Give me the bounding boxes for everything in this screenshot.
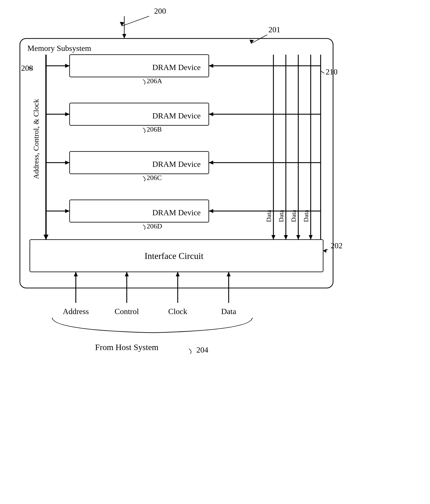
ref-208: 208: [21, 64, 33, 72]
svg-line-0: [122, 16, 149, 26]
svg-marker-24: [209, 64, 213, 68]
from-host-system-label: From Host System: [95, 343, 158, 352]
ref-206c: 206C: [147, 174, 162, 181]
brace-arc: [52, 318, 252, 333]
data-label-2: Data: [278, 210, 285, 222]
interface-circuit-label: Interface Circuit: [145, 251, 204, 261]
svg-marker-41: [176, 272, 180, 276]
svg-marker-37: [74, 272, 78, 276]
ref-201: 201: [268, 25, 280, 34]
address-label-bottom: Address: [63, 307, 89, 316]
svg-marker-6: [43, 235, 48, 240]
data-label-bottom: Data: [221, 307, 236, 316]
ref-206a: 206A: [147, 77, 162, 85]
svg-marker-26: [209, 112, 213, 116]
svg-marker-8: [65, 64, 70, 68]
dram-device-b-label: DRAM Device: [152, 111, 201, 120]
dram-device-d-label: DRAM Device: [152, 208, 201, 217]
svg-marker-30: [209, 209, 213, 213]
data-label-1: Data: [265, 210, 272, 222]
data-label-3: Data: [290, 210, 297, 222]
ref-206d: 206D: [147, 222, 162, 230]
ref-202: 202: [331, 241, 343, 250]
svg-marker-45: [122, 34, 126, 38]
data-label-4: Data: [302, 210, 310, 222]
svg-marker-10: [65, 112, 70, 116]
svg-marker-28: [209, 161, 213, 165]
svg-marker-43: [227, 272, 231, 276]
svg-marker-20: [296, 235, 300, 240]
dram-device-a-label: DRAM Device: [152, 63, 201, 72]
svg-marker-16: [271, 235, 275, 240]
svg-marker-12: [65, 161, 70, 165]
address-control-clock-label: Address, Control, & Clock: [32, 99, 40, 179]
clock-label-bottom: Clock: [168, 307, 187, 316]
ref-200: 200: [154, 6, 166, 15]
diagram-container: 200 201 Memory Subsystem DRAM Device 206…: [0, 0, 430, 504]
svg-marker-18: [284, 235, 288, 240]
ref-210: 210: [326, 67, 338, 76]
dram-device-c-label: DRAM Device: [152, 160, 201, 169]
memory-subsystem-label: Memory Subsystem: [27, 44, 91, 53]
svg-marker-5: [323, 249, 327, 253]
ref-204: 204: [196, 345, 208, 354]
svg-marker-14: [65, 209, 70, 213]
svg-marker-22: [309, 235, 313, 240]
svg-line-2: [251, 35, 267, 43]
svg-marker-39: [125, 272, 129, 276]
control-label-bottom: Control: [115, 307, 139, 316]
ref-206b: 206B: [147, 125, 162, 133]
